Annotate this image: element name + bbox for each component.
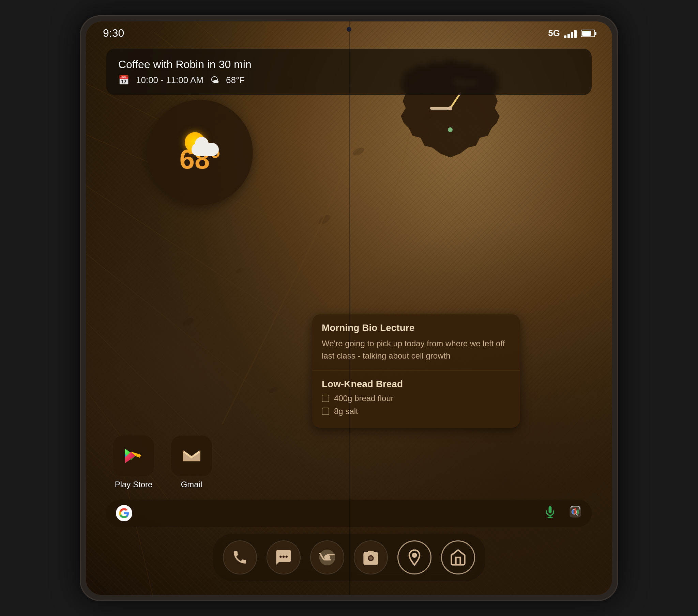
search-mic-icon[interactable]: [544, 506, 556, 521]
svg-point-25: [317, 213, 332, 226]
svg-point-23: [149, 215, 159, 224]
playstore-icon: [113, 435, 154, 476]
power-button[interactable]: [617, 152, 618, 179]
svg-point-49: [369, 556, 373, 560]
playstore-label: Play Store: [115, 480, 153, 489]
dock-messages[interactable]: [266, 540, 301, 574]
status-time: 9:30: [103, 27, 124, 40]
phone-screen: 9:30 5G Coffee with Robin in 30 min 📅 10…: [86, 22, 612, 595]
note-1[interactable]: Morning Bio Lecture We're going to pick …: [312, 314, 520, 371]
svg-point-27: [182, 316, 195, 327]
network-type: 5G: [548, 28, 560, 39]
notes-widget[interactable]: Morning Bio Lecture We're going to pick …: [312, 314, 520, 428]
svg-point-26: [235, 267, 245, 274]
weather-icon-large: [181, 132, 219, 156]
svg-point-32: [448, 106, 452, 110]
dock-camera[interactable]: [354, 540, 388, 574]
app-gmail[interactable]: Gmail: [171, 435, 212, 489]
fold-line: [349, 22, 350, 595]
svg-line-9: [86, 186, 290, 322]
dock-phone[interactable]: [223, 540, 257, 574]
svg-rect-40: [572, 510, 574, 514]
notification-time: 10:00 - 11:00 AM: [136, 75, 204, 85]
gmail-icon: [171, 435, 212, 476]
signal-strength-icon: [564, 29, 577, 38]
svg-point-28: [267, 385, 279, 394]
svg-line-10: [86, 254, 256, 390]
phone-device: 9:30 5G Coffee with Robin in 30 min 📅 10…: [80, 15, 618, 601]
svg-point-44: [282, 555, 285, 558]
note-2[interactable]: Low-Knead Bread 400g bread flour 8g salt: [312, 371, 520, 428]
battery-icon: [581, 30, 595, 37]
calendar-icon: 📅: [118, 75, 129, 85]
dock-maps[interactable]: [397, 540, 432, 574]
gmail-label: Gmail: [181, 480, 203, 489]
app-icons-row: Play Store Gmail: [113, 435, 212, 489]
svg-rect-41: [575, 508, 576, 514]
svg-point-29: [132, 420, 142, 427]
weather-widget[interactable]: 68°: [147, 100, 253, 205]
clock-dot: [448, 127, 452, 132]
dock-chrome[interactable]: [310, 540, 344, 574]
status-icons: 5G: [548, 28, 595, 39]
dock-home[interactable]: [441, 540, 475, 574]
app-playstore[interactable]: Play Store: [113, 435, 154, 489]
google-logo: [116, 505, 132, 521]
weather-icon: 🌤: [210, 75, 219, 85]
search-lens-icon[interactable]: [569, 505, 582, 521]
svg-point-43: [279, 555, 282, 558]
svg-rect-42: [577, 510, 579, 514]
svg-point-45: [285, 555, 288, 558]
svg-point-50: [413, 553, 417, 557]
volume-button[interactable]: [617, 192, 618, 233]
svg-line-31: [450, 93, 460, 108]
notification-weather: 68°F: [226, 75, 245, 85]
camera-dot: [347, 27, 351, 32]
svg-point-22: [352, 146, 365, 157]
